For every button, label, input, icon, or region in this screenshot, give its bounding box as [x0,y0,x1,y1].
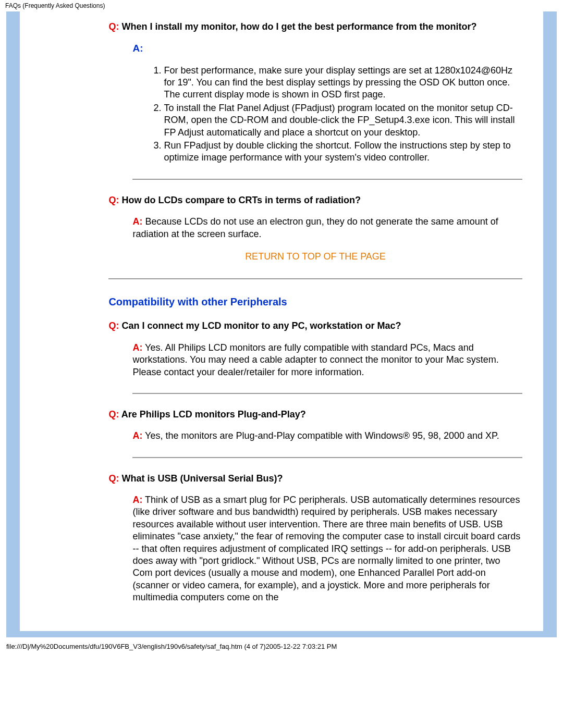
divider [132,457,522,458]
faq5-answer-text: Think of USB as a smart plug for PC peri… [132,495,520,602]
q-prefix: Q: [108,409,119,419]
section-divider [108,278,522,279]
content-area: Q: When I install my monitor, how do I g… [20,11,543,631]
a-prefix: A: [132,495,142,505]
a-prefix: A: [132,430,142,441]
faq3-question-text: Can I connect my LCD monitor to any PC, … [119,320,401,331]
faq5-question-text: What is USB (Universal Serial Bus)? [119,473,283,484]
footer-path: file:///D|/My%20Documents/dfu/190V6FB_V3… [0,637,563,655]
a-prefix: A: [132,342,142,353]
q-prefix: Q: [108,21,119,32]
faq2-answer: A: Because LCDs do not use an electron g… [132,216,522,240]
divider [132,393,522,394]
faq1-step: Run FPadjust by double clicking the shor… [164,140,522,164]
faq2-question: Q: How do LCDs compare to CRTs in terms … [108,194,522,206]
faq1-answer-label-block: A: [132,42,522,55]
faq1-step: To install the Flat Panel Adjust (FPadju… [164,102,522,139]
faq1-question-text: When I install my monitor, how do I get … [119,21,476,32]
a-prefix: A: [132,216,142,227]
outer-frame: Q: When I install my monitor, how do I g… [6,11,557,637]
faq2-question-text: How do LCDs compare to CRTs in terms of … [119,195,361,205]
header-bar: FAQs (Frequently Asked Questions) [0,0,563,11]
faq3-answer: A: Yes. All Philips LCD monitors are ful… [132,342,522,378]
faq1-step: For best performance, make sure your dis… [164,65,522,101]
q-prefix: Q: [108,473,119,484]
faq5-question: Q: What is USB (Universal Serial Bus)? [108,473,522,485]
faq2-answer-text: Because LCDs do not use an electron gun,… [132,216,498,239]
faq3-question: Q: Can I connect my LCD monitor to any P… [108,320,522,332]
faq1-question: Q: When I install my monitor, how do I g… [108,21,522,33]
divider [132,179,522,180]
a-label-blue: A: [132,43,143,54]
return-to-top-link[interactable]: RETURN TO TOP OF THE PAGE [108,251,522,263]
faq4-question-text: Are Philips LCD monitors Plug-and-Play? [119,409,305,419]
section2-title: Compatibility with other Peripherals [108,295,522,309]
faq5-answer: A: Think of USB as a smart plug for PC p… [132,494,522,604]
faq1-steps-list: For best performance, make sure your dis… [132,65,522,164]
faq4-question: Q: Are Philips LCD monitors Plug-and-Pla… [108,409,522,421]
q-prefix: Q: [108,320,119,331]
faq4-answer-text: Yes, the monitors are Plug-and-Play comp… [142,430,499,441]
faq4-answer: A: Yes, the monitors are Plug-and-Play c… [132,430,522,442]
faq3-answer-text: Yes. All Philips LCD monitors are fully … [132,342,498,377]
q-prefix: Q: [108,195,119,205]
